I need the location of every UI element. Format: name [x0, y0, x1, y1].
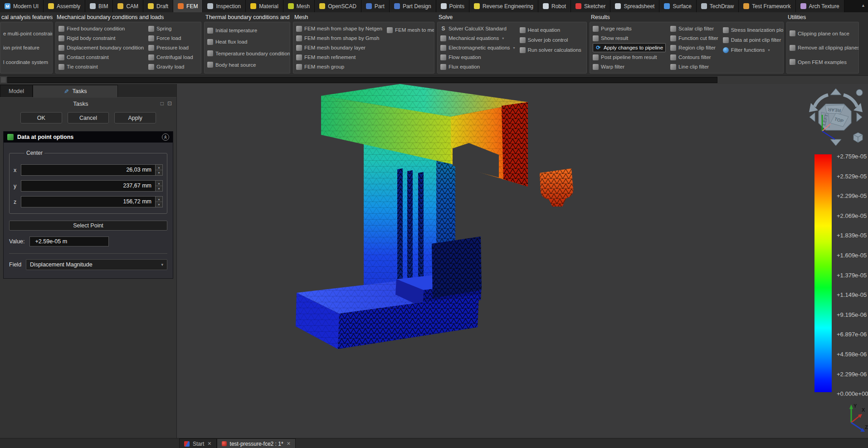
ribbon-item-flux-equation[interactable]: Flux equation: [440, 62, 515, 71]
ok-button[interactable]: OK: [20, 112, 62, 123]
center-x-input[interactable]: 26,03 mm: [21, 164, 155, 176]
ribbon-item-heat-equation[interactable]: Heat equation: [520, 25, 581, 34]
tab-openscad[interactable]: OpenSCAD: [315, 0, 361, 12]
ribbon-item-filter-functions[interactable]: Filter functions▾: [723, 45, 784, 54]
ribbon-item-print-feature[interactable]: ion print feature: [3, 43, 53, 52]
ribbon-item-run-solver-calculations[interactable]: Run solver calculations: [520, 45, 581, 54]
ribbon-item-coordinate-system[interactable]: l coordinate system: [3, 58, 53, 67]
center-z-spinner[interactable]: ▴▾: [155, 196, 163, 207]
spin-down-icon[interactable]: ▾: [156, 202, 162, 207]
ribbon-item-contours-filter[interactable]: Contours filter: [670, 53, 718, 62]
ribbon-item-mechanical-equations[interactable]: Mechanical equations▾: [440, 34, 515, 43]
ribbon-item-fem-mesh-boundary-layer[interactable]: FEM mesh boundary layer: [296, 43, 382, 52]
ribbon-item-region-clip-filter[interactable]: Region clip filter: [670, 43, 718, 52]
float-panel-icon[interactable]: ⊡: [167, 100, 172, 107]
ribbon-item-remove-all-clipping-planes[interactable]: Remove all clipping planes: [790, 43, 859, 52]
ribbon-item-post-pipeline-from-result[interactable]: Post pipeline from result: [593, 53, 666, 62]
tab-draft[interactable]: Draft: [143, 0, 173, 12]
tab-mesh[interactable]: Mesh: [283, 0, 315, 12]
tab-points[interactable]: Points: [436, 0, 469, 12]
tab-techdraw[interactable]: TechDraw: [697, 0, 739, 12]
ribbon-item-apply-changes-to-pipeline[interactable]: ⟳Apply changes to pipeline: [593, 43, 666, 52]
ribbon-item-show-result[interactable]: Show result: [593, 34, 666, 43]
ribbon-item-line-clip-filter[interactable]: Line clip filter: [670, 62, 718, 71]
ribbon-item-fem-mesh-gmsh[interactable]: FEM mesh from shape by Gmsh: [296, 34, 382, 43]
ribbon-item-rigid-body-constraint[interactable]: Rigid body constraint: [59, 34, 144, 43]
tab-modern-ui[interactable]: MModern UI: [0, 0, 44, 12]
ribbon-item-initial-temperature[interactable]: Initial temperature: [207, 26, 290, 35]
center-x-spinner[interactable]: ▴▾: [155, 164, 163, 176]
ribbon-item-heat-flux-load[interactable]: Heat flux load: [207, 37, 290, 46]
ribbon-item-scalar-clip-filter[interactable]: Scalar clip filter: [670, 24, 718, 33]
collapse-section-icon[interactable]: ≪: [162, 133, 169, 141]
ribbon-item-solver-job-control[interactable]: Solver job control: [520, 35, 581, 44]
cancel-button[interactable]: Cancel: [68, 112, 109, 123]
tab-spreadsheet[interactable]: Spreadsheet: [610, 0, 659, 12]
tab-sketcher[interactable]: Sketcher: [571, 0, 610, 12]
tab-part[interactable]: Part: [361, 0, 390, 12]
tab-start-page[interactable]: Start ✕: [179, 438, 217, 448]
center-y-spinner[interactable]: ▴▾: [155, 180, 163, 192]
field-dropdown[interactable]: Displacement Magnitude ▾: [26, 259, 167, 270]
tab-test-framework[interactable]: Test Framework: [739, 0, 795, 12]
ribbon-item-contact-constraint[interactable]: Contact constraint: [59, 53, 144, 62]
ribbon-item-clipping-plane-on-face[interactable]: Clipping plane on face: [790, 29, 859, 38]
ribbon-item-function-cut-filter[interactable]: Function cut filter: [670, 34, 718, 43]
spin-up-icon[interactable]: ▴: [156, 165, 162, 170]
spin-up-icon[interactable]: ▴: [156, 197, 162, 202]
ribbon-item-flow-equation[interactable]: Flow equation: [440, 53, 515, 62]
spin-down-icon[interactable]: ▾: [156, 170, 162, 175]
tab-assembly[interactable]: Assembly: [44, 0, 85, 12]
tab-arch-texture[interactable]: Arch Texture: [796, 0, 844, 12]
ribbon-item-data-at-point-clip-filter[interactable]: Data at point clip filter: [723, 35, 784, 44]
tab-surface[interactable]: Surface: [659, 0, 696, 12]
ribbon-item-temperature-boundary-condition[interactable]: Temperature boundary condition: [207, 49, 290, 58]
section-header[interactable]: Data at point options ≪: [4, 132, 173, 143]
3d-viewport[interactable]: REAR LEFT TOP +2.759e-05 +2.529e-05 +2.2…: [177, 84, 868, 438]
tab-robot[interactable]: Robot: [538, 0, 571, 12]
apply-button[interactable]: Apply: [114, 112, 156, 123]
ribbon-item-force-load[interactable]: Force load: [148, 34, 193, 43]
ribbon-item-fem-mesh-netgen[interactable]: FEM mesh from shape by Netgen: [296, 24, 382, 33]
tab-cam[interactable]: CAM: [113, 0, 143, 12]
ribbon-item-electromagnetic-equations[interactable]: Electromagnetic equations▾: [440, 43, 515, 52]
navigation-cube[interactable]: REAR LEFT TOP: [808, 87, 864, 148]
ribbon-item-fem-mesh-refinement[interactable]: FEM mesh refinement: [296, 53, 382, 62]
ribbon-item-gravity-load[interactable]: Gravity load: [148, 62, 193, 71]
ribbon-item-stress-linearization-plot[interactable]: Stress linearization plot: [723, 25, 784, 34]
center-y-input[interactable]: 237,67 mm: [21, 180, 155, 192]
spin-down-icon[interactable]: ▾: [156, 186, 162, 191]
ribbon-item-open-fem-examples[interactable]: Open FEM examples: [790, 58, 859, 67]
ribbon-item-displacement-boundary-condition[interactable]: Displacement boundary condition: [59, 43, 144, 52]
ribbon-item-body-heat-source[interactable]: Body heat source: [207, 60, 290, 69]
tab-model[interactable]: Model: [0, 85, 33, 97]
tab-reverse-engineering[interactable]: Reverse Engineering: [469, 0, 538, 12]
close-icon[interactable]: ✕: [207, 441, 211, 447]
ribbon-scrollbar[interactable]: [0, 75, 868, 84]
ribbon-item-spring[interactable]: Spring: [148, 24, 193, 33]
scrollbar-handle[interactable]: [7, 77, 717, 83]
tab-fem[interactable]: FEM: [173, 0, 203, 12]
tab-part-design[interactable]: Part Design: [390, 0, 436, 12]
ribbon-item-warp-filter[interactable]: Warp filter: [593, 62, 666, 71]
tab-tasks[interactable]: ✎Tasks: [33, 85, 118, 97]
close-icon[interactable]: ✕: [287, 441, 291, 447]
ribbon-item-pressure-load[interactable]: Pressure load: [148, 43, 193, 52]
scrollbar-left-button[interactable]: [1, 77, 6, 83]
select-point-button[interactable]: Select Point: [9, 221, 167, 231]
center-z-input[interactable]: 156,72 mm: [21, 196, 155, 207]
tab-document-test-pressure[interactable]: test-pressure-fce2 : 1* ✕: [217, 438, 296, 448]
spin-up-icon[interactable]: ▴: [156, 181, 162, 186]
fem-model[interactable]: [286, 84, 612, 365]
ribbon-item-fem-mesh-to-mesh[interactable]: FEM mesh to mesh: [387, 25, 434, 34]
ribbon-item-purge-results[interactable]: Purge results: [593, 24, 666, 33]
ribbon-collapse-icon[interactable]: ▲: [861, 3, 865, 8]
ribbon-item-fem-mesh-group[interactable]: FEM mesh group: [296, 62, 382, 71]
ribbon-item-fixed-boundary-condition[interactable]: Fixed boundary condition: [59, 24, 144, 33]
tab-inspection[interactable]: Inspection: [203, 0, 246, 12]
tab-bim[interactable]: BIM: [85, 0, 113, 12]
ribbon-item-centrifugal-load[interactable]: Centrifugal load: [148, 53, 193, 62]
ribbon-item-multi-point-constraint[interactable]: e multi-point constraint: [3, 29, 53, 38]
ribbon-item-tie-constraint[interactable]: Tie constraint: [59, 62, 144, 71]
tab-material[interactable]: Material: [246, 0, 283, 12]
